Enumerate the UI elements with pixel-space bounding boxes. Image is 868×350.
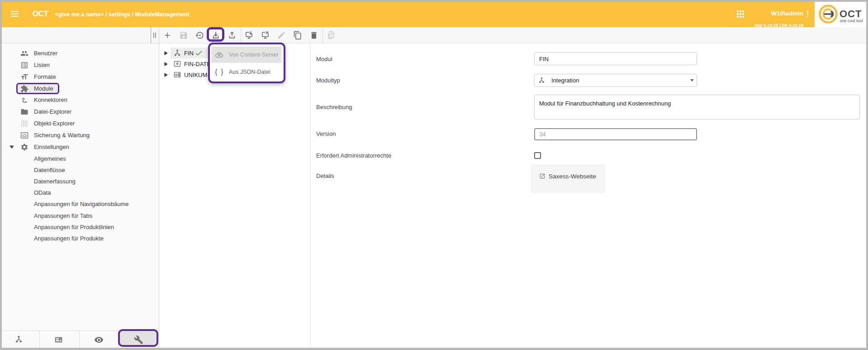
svg-text:OCT: OCT	[840, 8, 862, 19]
svg-text:one cool tool: one cool tool	[840, 19, 863, 23]
